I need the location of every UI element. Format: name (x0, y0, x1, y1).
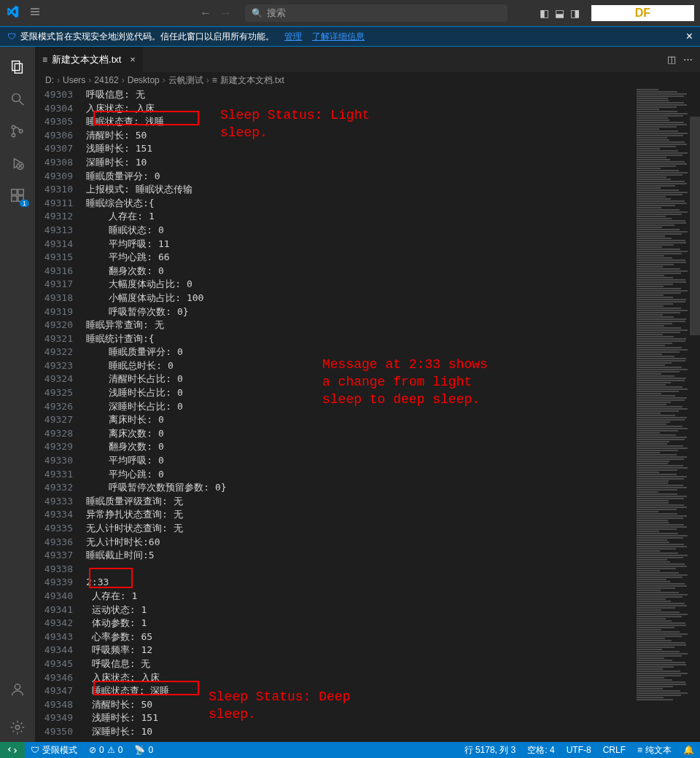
shield-icon: 🛡 (7, 31, 16, 42)
nav-arrows: ← → (197, 7, 235, 20)
tab-active[interactable]: ≡ 新建文本文档.txt × (35, 47, 144, 72)
svg-point-14 (15, 725, 20, 730)
activity-extensions-icon[interactable]: 1 (0, 181, 35, 210)
layout-controls: ◧ ⬓ ◨ (538, 6, 581, 20)
more-icon[interactable]: ⋯ (683, 54, 693, 65)
status-problems[interactable]: ⊘0 ⚠0 (83, 745, 128, 755)
shield-icon: 🛡 (31, 745, 39, 755)
search-placeholder: 搜索 (267, 7, 286, 20)
file-icon: ≡ (42, 55, 47, 65)
breadcrumb-item[interactable]: 新建文本文档.txt (220, 74, 284, 87)
breadcrumb-item[interactable]: 24162 (94, 75, 118, 85)
svg-rect-1 (15, 63, 22, 73)
breadcrumb-item[interactable]: Users (63, 75, 85, 85)
warning-icon: ⚠ (107, 745, 115, 755)
nav-back-icon[interactable]: ← (197, 7, 214, 20)
banner-text: 受限模式旨在实现安全地浏览代码。信任此窗口以启用所有功能。 (20, 31, 274, 43)
status-bar: 🛡 受限模式 ⊘0 ⚠0 📡0 行 5178, 列 3 空格: 4 UTF-8 … (0, 742, 700, 758)
remote-indicator[interactable] (0, 742, 25, 758)
status-restricted[interactable]: 🛡 受限模式 (25, 744, 83, 757)
breadcrumb-item[interactable]: 云帆测试 (168, 74, 203, 87)
banner-learn-link[interactable]: 了解详细信息 (312, 31, 365, 43)
titlebar: ← → 🔍 搜索 ◧ ⬓ ◨ DF (0, 0, 700, 26)
editor[interactable]: 4930349304493054930649307493084930949310… (35, 88, 688, 742)
annotation-box-timestamp (89, 568, 133, 588)
breadcrumb-item[interactable]: Desktop (128, 75, 160, 85)
antenna-icon: 📡 (134, 745, 145, 755)
status-port[interactable]: 📡0 (128, 745, 159, 755)
svg-rect-10 (12, 196, 17, 201)
status-lang[interactable]: ≡ 纯文本 (631, 744, 677, 757)
status-bell-icon[interactable]: 🔔 (677, 744, 700, 757)
nav-forward-icon[interactable]: → (217, 7, 235, 20)
status-eol[interactable]: CRLF (597, 744, 631, 757)
svg-rect-12 (18, 190, 23, 195)
status-spaces[interactable]: 空格: 4 (521, 744, 560, 757)
svg-rect-0 (12, 61, 20, 71)
breadcrumbs[interactable]: D:› Users› 24162› Desktop› 云帆测试› ≡ 新建文本文… (35, 72, 700, 88)
annotation-box-light-sleep (93, 111, 199, 125)
layout-left-icon[interactable]: ◧ (538, 6, 551, 20)
split-editor-icon[interactable]: ◫ (667, 54, 676, 65)
svg-point-13 (15, 684, 20, 689)
activity-account-icon[interactable] (0, 675, 35, 704)
tab-bar: ≡ 新建文本文档.txt × ◫ ⋯ (35, 47, 700, 72)
activity-explorer-icon[interactable] (0, 52, 35, 82)
svg-point-5 (12, 133, 15, 137)
restricted-banner: 🛡 受限模式旨在实现安全地浏览代码。信任此窗口以启用所有功能。 管理 了解详细信… (0, 26, 700, 47)
tab-close-icon[interactable]: × (130, 54, 136, 65)
status-encoding[interactable]: UTF-8 (561, 744, 597, 757)
banner-close-icon[interactable]: × (686, 30, 693, 43)
line-gutter: 4930349304493054930649307493084930949310… (35, 88, 86, 742)
menu-icon[interactable] (25, 6, 45, 20)
scrollbar-thumb[interactable] (690, 117, 700, 335)
lang-icon: ≡ (637, 745, 642, 755)
code-area[interactable]: 呼吸信息: 无入床状态: 入床睡眠状态查: 浅睡清醒时长: 50浅睡时长: 15… (86, 88, 688, 742)
svg-rect-9 (12, 190, 17, 195)
tab-actions: ◫ ⋯ (667, 47, 700, 72)
error-icon: ⊘ (89, 745, 96, 755)
layout-bottom-icon[interactable]: ⬓ (553, 6, 566, 20)
breadcrumb-item[interactable]: D: (45, 75, 54, 85)
activity-search-icon[interactable] (0, 85, 35, 114)
annotation-light-sleep: Sleep Status: Light sleep. (220, 106, 370, 141)
search-icon: 🔍 (252, 8, 262, 18)
svg-line-3 (20, 101, 24, 106)
annotation-message: Message at 2:33 shows a change from ligh… (322, 356, 488, 408)
activity-settings-icon[interactable] (0, 713, 35, 742)
df-badge: DF (591, 5, 694, 21)
search-input[interactable]: 🔍 搜索 (245, 4, 508, 22)
banner-manage-link[interactable]: 管理 (284, 31, 302, 43)
layout-right-icon[interactable]: ◨ (569, 6, 581, 20)
activity-debug-icon[interactable] (0, 149, 35, 178)
status-line-col[interactable]: 行 5178, 列 3 (459, 744, 522, 757)
activity-scm-icon[interactable] (0, 117, 35, 146)
activity-bar: 1 (0, 47, 35, 742)
extensions-badge: 1 (20, 200, 29, 207)
breadcrumb-file-icon: ≡ (212, 75, 217, 85)
vscode-logo-icon (6, 5, 19, 22)
annotation-box-deep-sleep (93, 681, 199, 695)
svg-point-2 (12, 94, 20, 102)
annotation-deep-sleep: Sleep Status: Deep sleep. (209, 688, 350, 723)
svg-point-4 (12, 125, 15, 129)
tab-filename: 新建文本文档.txt (52, 53, 121, 66)
